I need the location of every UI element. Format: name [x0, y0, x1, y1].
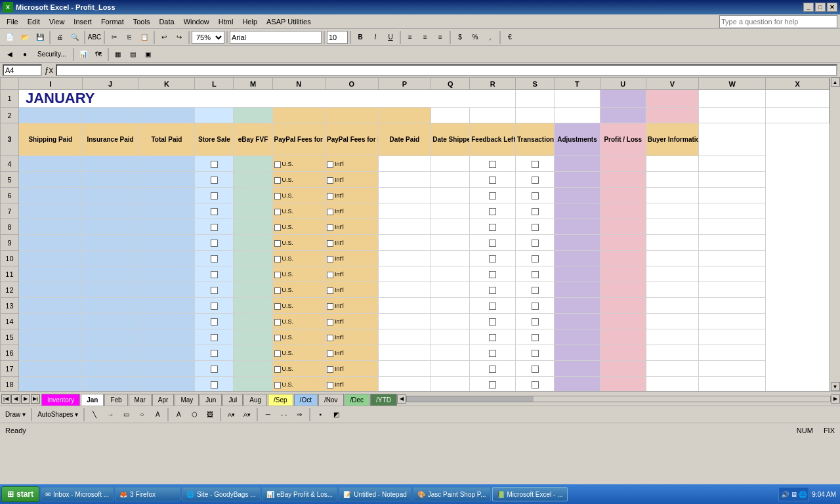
align-center-btn[interactable]: ≡: [418, 30, 432, 45]
cell-profit[interactable]: [600, 172, 646, 188]
cell-adjustments[interactable]: [555, 188, 600, 203]
cell-totalpaid[interactable]: [138, 329, 195, 345]
cell-dateshipped[interactable]: [431, 361, 470, 377]
cell-storesale[interactable]: [195, 314, 234, 329]
cell-datepaid[interactable]: [378, 156, 431, 172]
cell-paypal-intl[interactable]: Int'l: [326, 377, 379, 392]
cell-feedback[interactable]: [470, 377, 516, 392]
menu-insert[interactable]: Insert: [70, 16, 96, 27]
cell-storesale[interactable]: [195, 282, 234, 298]
cell-totalpaid[interactable]: [138, 188, 195, 203]
cell-transaction[interactable]: [516, 251, 555, 266]
align-right-btn[interactable]: ≡: [433, 30, 448, 45]
header-ebayfvf[interactable]: eBay FVF: [234, 123, 272, 156]
cell-paypal-us[interactable]: U.S.: [272, 235, 326, 251]
header-feedback[interactable]: Feedback Left: [470, 123, 516, 156]
cell-datepaid[interactable]: [378, 314, 431, 329]
cell-paypal-intl[interactable]: Int'l: [326, 314, 379, 329]
scroll-right-btn[interactable]: ▶: [831, 394, 840, 404]
cell-dateshipped[interactable]: [431, 298, 470, 314]
cell-buyer[interactable]: [646, 266, 699, 282]
cell-shipping[interactable]: [18, 329, 82, 345]
cell-profit[interactable]: [600, 251, 646, 266]
back-btn[interactable]: ◀: [3, 47, 17, 62]
cell-ebayfvf[interactable]: [234, 235, 272, 251]
save-btn[interactable]: 💾: [33, 30, 47, 45]
cell-insurance[interactable]: [82, 266, 138, 282]
cell-dateshipped[interactable]: [431, 172, 470, 188]
cell-totalpaid[interactable]: [138, 219, 195, 235]
cell-buyer[interactable]: [646, 377, 699, 392]
cell-transaction[interactable]: [516, 345, 555, 361]
font-select[interactable]: [230, 31, 322, 44]
cell-shipping[interactable]: [18, 156, 82, 172]
cell-adjustments[interactable]: [555, 172, 600, 188]
cell-extra[interactable]: [699, 361, 766, 377]
menu-format[interactable]: Format: [97, 16, 128, 27]
cell-dateshipped[interactable]: [431, 266, 470, 282]
zoom-select[interactable]: 75% 100%: [192, 31, 224, 44]
cell-adjustments[interactable]: [555, 282, 600, 298]
header-adjustments[interactable]: Adjustments: [555, 123, 600, 156]
preview-btn[interactable]: 🔍: [68, 30, 82, 45]
extra2-btn[interactable]: ▤: [126, 47, 140, 62]
cell-shipping[interactable]: [18, 282, 82, 298]
cell-totalpaid[interactable]: [138, 314, 195, 329]
january-title-cell[interactable]: JANUARY: [18, 90, 515, 108]
cell-buyer[interactable]: [646, 172, 699, 188]
cell-adjustments[interactable]: [555, 251, 600, 266]
cell-buyer[interactable]: [646, 282, 699, 298]
cell-totalpaid[interactable]: [138, 235, 195, 251]
cell-profit[interactable]: [600, 361, 646, 377]
tab-jan[interactable]: Jan: [81, 394, 104, 406]
col-P[interactable]: P: [378, 78, 431, 90]
col-J[interactable]: J: [82, 78, 138, 90]
cell-feedback[interactable]: [470, 188, 516, 203]
cell-adjustments[interactable]: [555, 298, 600, 314]
tab-feb[interactable]: Feb: [104, 394, 127, 406]
cell-profit[interactable]: [600, 188, 646, 203]
cell-buyer[interactable]: [646, 156, 699, 172]
cell-feedback[interactable]: [470, 251, 516, 266]
tab-nov[interactable]: /Nov: [318, 394, 344, 406]
cell-ebayfvf[interactable]: [234, 219, 272, 235]
cell-paypal-us[interactable]: U.S.: [272, 361, 326, 377]
open-btn[interactable]: 📂: [18, 30, 32, 45]
cell-extra[interactable]: [699, 298, 766, 314]
header-paypal-intl[interactable]: PayPal Fees for International Sales: [326, 123, 379, 156]
cell-buyer[interactable]: [646, 235, 699, 251]
cell-storesale[interactable]: [195, 377, 234, 392]
header-shipping[interactable]: Shipping Paid: [18, 123, 82, 156]
cell-paypal-us[interactable]: U.S.: [272, 266, 326, 282]
minimize-btn[interactable]: _: [803, 3, 814, 12]
cell-totalpaid[interactable]: [138, 251, 195, 266]
cell-paypal-intl[interactable]: Int'l: [326, 345, 379, 361]
forward-btn[interactable]: ●: [18, 47, 32, 62]
cell-extra[interactable]: [699, 203, 766, 219]
tab-may[interactable]: May: [175, 394, 199, 406]
cell-ebayfvf[interactable]: [234, 377, 272, 392]
comma-btn[interactable]: ,: [483, 30, 497, 45]
cell-totalpaid[interactable]: [138, 282, 195, 298]
cell-paypal-us[interactable]: U.S.: [272, 377, 326, 392]
cell-transaction[interactable]: [516, 203, 555, 219]
cell-paypal-us[interactable]: U.S.: [272, 156, 326, 172]
cell-paypal-intl[interactable]: Int'l: [326, 282, 379, 298]
cell-adjustments[interactable]: [555, 314, 600, 329]
tab-mar[interactable]: Mar: [129, 394, 152, 406]
cell-storesale[interactable]: [195, 329, 234, 345]
cell-datepaid[interactable]: [378, 266, 431, 282]
cell-storesale[interactable]: [195, 361, 234, 377]
cell-transaction[interactable]: [516, 377, 555, 392]
tab-oct[interactable]: /Oct: [294, 394, 318, 406]
cell-shipping[interactable]: [18, 251, 82, 266]
scroll-left-btn[interactable]: ◀: [397, 394, 406, 404]
col-R[interactable]: R: [470, 78, 516, 90]
cut-btn[interactable]: ✂: [107, 30, 121, 45]
cell-insurance[interactable]: [82, 282, 138, 298]
cell-shipping[interactable]: [18, 361, 82, 377]
cell-insurance[interactable]: [82, 377, 138, 392]
cell-extra[interactable]: [699, 156, 766, 172]
cell-extra[interactable]: [699, 377, 766, 392]
cell-shipping[interactable]: [18, 345, 82, 361]
